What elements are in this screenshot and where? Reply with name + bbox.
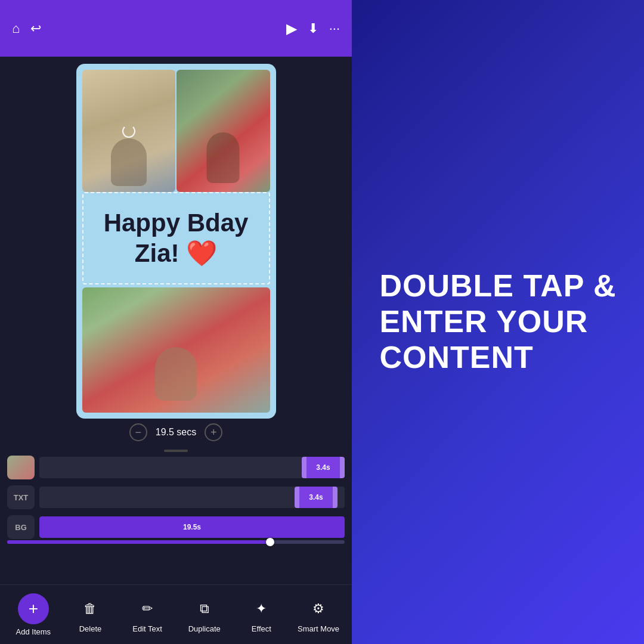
top-photos-row [76,64,276,192]
delete-item[interactable]: 🗑 Delete [69,596,111,633]
birthday-line2: Zia! [135,239,179,267]
clip-handle-right-image[interactable] [340,457,345,478]
text-overlay[interactable]: Happy Bday Zia! ❤️ [82,192,270,284]
undo-icon[interactable]: ↩ [30,21,41,36]
home-icon[interactable]: ⌂ [12,21,20,36]
top-bar: ⌂ ↩ ▶ ⬇ ··· [0,0,352,57]
play-button[interactable]: ▶ [286,20,297,37]
add-items-item[interactable]: + Add Items [13,593,54,636]
track-clip-image: 3.4s [302,457,345,478]
timeline-row-text: TXT 3.4s [7,484,345,510]
edit-text-label: Edit Text [132,624,162,633]
left-panel: ⌂ ↩ ▶ ⬇ ··· Happy Bday Zia! ❤️ [0,0,352,644]
track-bar-bg[interactable]: 19.5s [39,516,345,538]
heart-emoji: ❤️ [186,239,217,267]
smart-move-label: Smart Move [298,624,339,633]
top-bar-center: ▶ ⬇ ··· [286,20,340,37]
scrubber-thumb[interactable] [266,538,274,546]
effect-label: Effect [252,624,271,633]
clip-handle-right-text[interactable] [333,487,338,508]
delete-label: Delete [79,624,102,633]
timeline-row-image: 3.4s [7,454,345,481]
track-bar-text[interactable]: 3.4s [39,487,345,508]
photo-right[interactable] [177,70,270,192]
scrubber-fill [7,540,270,544]
bottom-toolbar: + Add Items 🗑 Delete ✏ Edit Text ⧉ Dupli… [0,584,352,644]
duplicate-icon: ⧉ [192,596,217,621]
track-clip-bg: 19.5s [39,516,345,538]
add-icon: + [29,599,38,618]
timeline-area: 3.4s TXT 3.4s BG [0,454,352,540]
download-icon[interactable]: ⬇ [308,21,318,36]
right-panel: DOUBLE TAP & ENTER YOUR CONTENT [352,0,644,644]
edit-text-item[interactable]: ✏ Edit Text [126,596,168,633]
more-icon[interactable]: ··· [329,21,340,36]
clip-handle-left-text[interactable] [295,487,299,508]
drag-handle[interactable] [164,450,188,452]
timeline-row-bg: BG 19.5s [7,514,345,540]
smart-move-item[interactable]: ⚙ Smart Move [298,596,339,633]
effect-item[interactable]: ✦ Effect [240,596,282,633]
photo-left[interactable] [82,70,176,192]
canvas-frame[interactable]: Happy Bday Zia! ❤️ [76,64,276,419]
smart-move-icon: ⚙ [306,596,331,621]
track-bar-image[interactable]: 3.4s [39,457,345,478]
canvas-area: Happy Bday Zia! ❤️ − 19.5 secs + [0,57,352,584]
duplicate-label: Duplicate [188,624,221,633]
rotate-indicator [122,125,135,138]
track-label-txt: TXT [7,485,35,509]
duplicate-item[interactable]: ⧉ Duplicate [184,596,225,633]
cta-text: DOUBLE TAP & ENTER YOUR CONTENT [379,268,616,375]
photo-bottom[interactable] [82,287,270,413]
timer-value: 19.5 secs [156,427,196,438]
birthday-text: Happy Bday Zia! ❤️ [104,208,249,268]
effect-icon: ✦ [249,596,274,621]
birthday-line1: Happy Bday [104,209,249,237]
top-bar-left: ⌂ ↩ [12,21,41,36]
add-items-button[interactable]: + [18,593,49,624]
timer-minus-button[interactable]: − [129,423,147,441]
track-clip-text: 3.4s [295,487,338,508]
track-label-image [7,456,35,479]
add-items-label: Add Items [16,627,51,636]
delete-icon: 🗑 [78,596,103,621]
clip-handle-left-image[interactable] [302,457,306,478]
cta-line1: DOUBLE TAP & [379,268,616,304]
cta-line2: ENTER YOUR [379,304,616,340]
timer-plus-button[interactable]: + [205,423,222,441]
cta-line3: CONTENT [379,340,616,376]
scrubber-row[interactable] [7,540,345,544]
edit-text-icon: ✏ [135,596,160,621]
timer-row: − 19.5 secs + [129,423,222,441]
track-label-bg: BG [7,515,35,539]
